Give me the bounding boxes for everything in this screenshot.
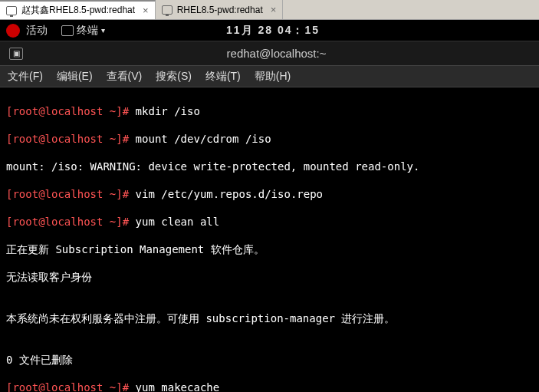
prompt: [root@localhost ~]# (6, 381, 129, 392)
menu-search[interactable]: 搜索(S) (156, 70, 192, 84)
command: yum clean all (136, 216, 220, 228)
close-icon[interactable]: × (143, 5, 149, 16)
vm-tab-2[interactable]: RHEL8.5-pwd:redhat × (156, 0, 284, 19)
window-title: redhat@localhost:~ (23, 47, 530, 60)
monitor-icon (162, 5, 173, 15)
vm-tab-bar: 赵其鑫RHEL8.5-pwd:redhat × RHEL8.5-pwd:redh… (0, 0, 539, 20)
close-icon[interactable]: × (271, 4, 277, 15)
terminal-icon[interactable]: ▣ (9, 48, 23, 60)
menu-terminal[interactable]: 终端(T) (205, 70, 241, 84)
output-line: 正在更新 Subscription Management 软件仓库。 (6, 242, 533, 256)
activities-button[interactable]: 活动 (26, 24, 48, 38)
terminal-output[interactable]: [root@localhost ~]# mkdir /iso [root@loc… (0, 87, 539, 392)
vm-tab-label: 赵其鑫RHEL8.5-pwd:redhat (21, 4, 135, 17)
monitor-icon (6, 6, 17, 15)
redhat-logo-icon (6, 24, 20, 38)
menu-edit[interactable]: 编辑(E) (57, 70, 93, 84)
output-line: 无法读取客户身份 (6, 270, 533, 284)
output-line: mount: /iso: WARNING: device write-prote… (6, 160, 533, 173)
prompt: [root@localhost ~]# (6, 188, 129, 200)
gnome-top-bar: 活动 终端 ▾ 11月 28 04：15 (0, 20, 539, 41)
terminal-menubar: 文件(F) 编辑(E) 查看(V) 搜索(S) 终端(T) 帮助(H) (0, 66, 539, 87)
command: yum makecache (136, 381, 220, 392)
app-menu-label: 终端 (77, 24, 98, 38)
vm-tab-1[interactable]: 赵其鑫RHEL8.5-pwd:redhat × (0, 0, 156, 19)
app-menu[interactable]: 终端 ▾ (61, 24, 105, 38)
output-line: 本系统尚未在权利服务器中注册。可使用 subscription-manager … (6, 311, 533, 325)
menu-file[interactable]: 文件(F) (8, 70, 43, 84)
command: mount /dev/cdrom /iso (136, 133, 271, 145)
menu-view[interactable]: 查看(V) (107, 70, 143, 84)
prompt: [root@localhost ~]# (6, 133, 129, 145)
terminal-icon (61, 25, 74, 36)
output-line: 0 文件已删除 (6, 353, 533, 367)
clock[interactable]: 11月 28 04：15 (105, 24, 441, 38)
menu-help[interactable]: 帮助(H) (255, 70, 291, 84)
command: mkdir /iso (136, 105, 200, 117)
prompt: [root@localhost ~]# (6, 105, 129, 117)
window-titlebar: ▣ redhat@localhost:~ (0, 41, 539, 66)
prompt: [root@localhost ~]# (6, 216, 129, 228)
command: vim /etc/yum.repos.d/iso.repo (136, 188, 323, 200)
vm-tab-label: RHEL8.5-pwd:redhat (177, 5, 263, 15)
